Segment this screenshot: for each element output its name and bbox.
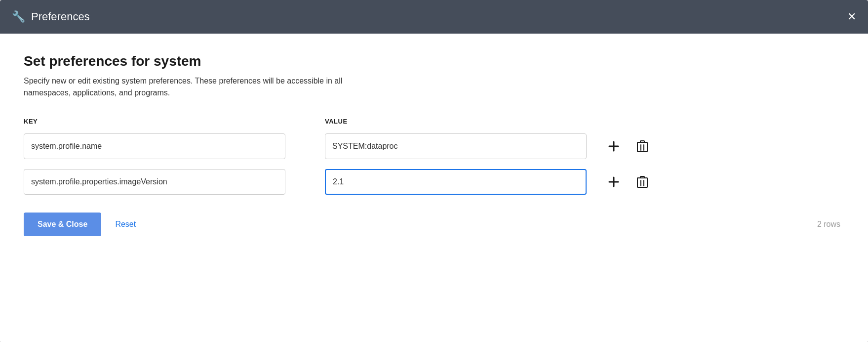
key-column-header: KEY — [24, 117, 285, 126]
trash-icon-1 — [637, 140, 648, 153]
wrench-icon: 🔧 — [12, 10, 25, 23]
row-1-actions — [606, 138, 650, 155]
svg-rect-4 — [637, 178, 647, 187]
table-headers: KEY VALUE — [24, 117, 844, 126]
table-row — [24, 133, 844, 159]
footer-row: Save & Close Reset 2 rows — [24, 213, 844, 236]
value-input-1[interactable] — [325, 133, 587, 159]
add-row-button-2[interactable] — [606, 174, 621, 189]
preference-rows — [24, 133, 844, 195]
footer-left: Save & Close Reset — [24, 213, 136, 236]
key-input-1[interactable] — [24, 133, 285, 159]
rows-count: 2 rows — [817, 220, 840, 229]
plus-icon-1 — [608, 141, 619, 152]
close-button[interactable]: ✕ — [847, 11, 856, 22]
add-row-button-1[interactable] — [606, 139, 621, 154]
value-input-2[interactable] — [325, 169, 587, 195]
svg-rect-0 — [637, 142, 647, 152]
dialog-body: Set preferences for system Specify new o… — [0, 34, 868, 342]
plus-icon-2 — [608, 176, 619, 187]
key-input-2[interactable] — [24, 169, 285, 195]
row-2-actions — [606, 173, 650, 190]
reset-button[interactable]: Reset — [115, 220, 136, 229]
value-column-header: VALUE — [325, 117, 587, 126]
save-close-button[interactable]: Save & Close — [24, 213, 101, 236]
header-left: 🔧 Preferences — [12, 10, 90, 23]
preferences-dialog: 🔧 Preferences ✕ Set preferences for syst… — [0, 0, 868, 342]
section-title: Set preferences for system — [24, 53, 844, 69]
delete-row-button-1[interactable] — [635, 138, 650, 155]
dialog-title: Preferences — [31, 10, 90, 23]
delete-row-button-2[interactable] — [635, 173, 650, 190]
key-label: KEY — [24, 118, 38, 125]
value-label: VALUE — [325, 118, 348, 125]
section-description: Specify new or edit existing system pref… — [24, 75, 379, 99]
dialog-header: 🔧 Preferences ✕ — [0, 0, 868, 34]
table-row — [24, 169, 844, 195]
trash-icon-2 — [637, 175, 648, 188]
